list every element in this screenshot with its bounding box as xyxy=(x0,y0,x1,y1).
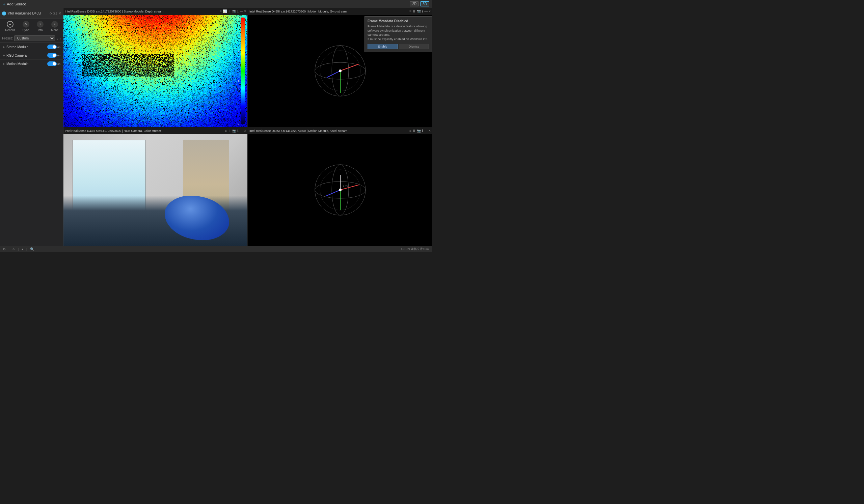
gyro-camera-icon[interactable]: 📷 xyxy=(417,10,421,13)
motion-module-toggle[interactable] xyxy=(47,61,57,66)
status-search-icon[interactable]: 🔍 xyxy=(30,247,34,251)
preset-select[interactable]: Custom xyxy=(14,35,55,41)
accel-stream-content: 9.7↑ xyxy=(248,134,432,246)
accel-list-icon[interactable]: ≡ xyxy=(409,129,411,133)
notification-enable-button[interactable]: Enable xyxy=(368,44,398,49)
notification-title: Frame Metadata Disabled xyxy=(368,19,429,23)
depth-close-icon[interactable]: × xyxy=(244,10,246,13)
gyro-stream-controls: ≡ ⏸ 📷 ℹ — × xyxy=(409,10,431,13)
rgb-camera-icon[interactable]: 📷 xyxy=(232,129,236,133)
bottom-status-bar: ⚙ | ⚠ | ● | 🔍 CSDN @杨立青10年 xyxy=(0,246,432,252)
accel-close-icon[interactable]: × xyxy=(429,129,431,133)
depth-info-icon[interactable]: ℹ xyxy=(237,10,239,13)
svg-line-14 xyxy=(326,190,340,196)
svg-line-6 xyxy=(327,71,340,77)
add-source-icon: + xyxy=(3,1,5,7)
notification-dismiss-button[interactable]: Dismiss xyxy=(399,44,429,49)
rgb-pause-icon[interactable]: ⏸ xyxy=(228,129,231,133)
main-layout: Intel RealSense D435I ⟳ 3.2 × ● Record ⟳… xyxy=(0,8,432,246)
module-list: ▶ Stereo Module on ▶ RGB Camera on ▶ Mot… xyxy=(0,43,63,246)
rgb-camera-toggle[interactable] xyxy=(47,53,57,58)
device-close-button[interactable]: × xyxy=(59,11,61,16)
depth-graph-icon[interactable]: 📊 xyxy=(223,10,227,13)
accel-minimize-icon[interactable]: — xyxy=(424,129,428,133)
depth-minimize-icon[interactable]: — xyxy=(240,10,243,13)
colorbar-label-4: 4 xyxy=(238,16,239,20)
more-label: More xyxy=(51,28,58,32)
stereo-module-arrow: ▶ xyxy=(3,45,5,49)
device-version: ⟳ 3.2 xyxy=(50,12,57,15)
device-status-icon xyxy=(2,11,6,15)
preset-download-icon[interactable]: ↓ xyxy=(56,36,58,40)
gyro-minimize-icon[interactable]: — xyxy=(424,10,428,13)
motion-module-toggle-label: on xyxy=(57,62,60,65)
rgb-canvas xyxy=(63,134,248,246)
rgb-camera-item[interactable]: ▶ RGB Camera on xyxy=(0,51,63,60)
rgb-stream-header: Intel RealSense D435I s.n:141722073600 |… xyxy=(63,127,248,134)
add-source-title: Add Source xyxy=(7,2,26,6)
accel-stream-header: Intel RealSense D435I s.n:141722073600 |… xyxy=(248,127,432,134)
depth-canvas: 4 3 2 0 1 xyxy=(63,15,248,127)
gyro-stream-panel: Intel RealSense D435I s.n:141722073600 |… xyxy=(248,8,432,127)
rgb-stream-panel: Intel RealSense D435I s.n:141722073600 |… xyxy=(63,127,248,246)
gyro-visualization xyxy=(307,37,374,105)
rgb-stream-controls: ≡ ⏸ 📷 ℹ — × xyxy=(225,129,246,133)
depth-stream-controls: ≡ 📊 ⏸ 📷 ℹ — × xyxy=(220,10,246,13)
rgb-list-icon[interactable]: ≡ xyxy=(225,129,227,133)
preset-icons: ↓ ↑ xyxy=(56,36,61,40)
depth-pause-icon[interactable]: ⏸ xyxy=(228,10,231,13)
accel-visualization: 9.7↑ xyxy=(307,156,374,224)
view-toggle-group: 2D 3D xyxy=(410,1,429,7)
device-header: Intel RealSense D435I ⟳ 3.2 × xyxy=(0,8,63,19)
status-settings-icon[interactable]: ⚙ xyxy=(3,247,6,251)
depth-stream-header: Intel RealSense D435I s.n:141722073600 |… xyxy=(63,8,248,15)
view-3d-button[interactable]: 3D xyxy=(420,1,429,7)
notification-buttons: Enable Dismiss xyxy=(368,44,429,49)
colorbar-label-2: 2 xyxy=(238,86,239,90)
preset-row: Preset: Custom ↓ ↑ xyxy=(0,34,63,43)
depth-list-icon[interactable]: ≡ xyxy=(220,10,222,13)
gyro-list-icon[interactable]: ≡ xyxy=(409,10,411,13)
svg-text:9.7↑: 9.7↑ xyxy=(343,185,348,188)
rgb-info-icon[interactable]: ℹ xyxy=(237,129,239,133)
record-label: Record xyxy=(5,28,15,32)
status-separator-1: | xyxy=(9,247,10,251)
record-button[interactable]: ● Record xyxy=(5,21,15,32)
accel-stream-title: Intel RealSense D435I s.n:141722073600 |… xyxy=(249,129,409,133)
gyro-close-icon[interactable]: × xyxy=(429,10,431,13)
rgb-close-icon[interactable]: × xyxy=(244,129,246,133)
gyro-stream-title: Intel RealSense D435I s.n:141722073600 |… xyxy=(249,10,409,13)
gyro-info-icon[interactable]: ℹ xyxy=(422,10,423,13)
status-separator-3: | xyxy=(26,247,27,251)
accel-stream-panel: Intel RealSense D435I s.n:141722073600 |… xyxy=(248,127,432,246)
accel-canvas: 9.7↑ xyxy=(248,134,432,246)
rgb-camera-toggle-label: on xyxy=(57,54,60,57)
watermark-text: CSDN @杨立青10年 xyxy=(401,247,429,251)
accel-pause-icon[interactable]: ⏸ xyxy=(412,129,416,133)
notification-panel: Frame Metadata Disabled Frame Metadata i… xyxy=(364,16,432,52)
depth-camera-icon[interactable]: 📷 xyxy=(232,10,236,13)
stereo-module-toggle[interactable] xyxy=(47,45,57,49)
rgb-camera-name: RGB Camera xyxy=(7,54,47,57)
accel-stream-controls: ≡ ⏸ 📷 ℹ — × xyxy=(409,129,431,133)
accel-info-icon[interactable]: ℹ xyxy=(422,129,423,133)
stereo-module-item[interactable]: ▶ Stereo Module on xyxy=(0,43,63,51)
preset-label: Preset: xyxy=(2,36,13,40)
device-name: Intel RealSense D435I xyxy=(8,11,50,15)
accel-camera-icon[interactable]: 📷 xyxy=(417,129,421,133)
status-separator-2: | xyxy=(18,247,19,251)
info-button[interactable]: ℹ Info xyxy=(37,21,44,32)
top-bar: + Add Source 2D 3D xyxy=(0,0,432,8)
status-warning-icon[interactable]: ⚠ xyxy=(12,247,15,251)
rgb-minimize-icon[interactable]: — xyxy=(240,129,243,133)
more-button[interactable]: ≡ More xyxy=(51,21,58,32)
view-2d-button[interactable]: 2D xyxy=(410,1,419,7)
notification-body: Frame Metadata is a device feature allow… xyxy=(368,24,429,41)
gyro-pause-icon[interactable]: ⏸ xyxy=(412,10,416,13)
content-area: Intel RealSense D435I s.n:141722073600 |… xyxy=(63,8,432,246)
motion-module-arrow: ▶ xyxy=(3,62,5,65)
preset-upload-icon[interactable]: ↑ xyxy=(59,36,61,40)
sync-button[interactable]: ⟳ Sync xyxy=(23,21,29,32)
status-record-icon[interactable]: ● xyxy=(22,247,24,251)
motion-module-item[interactable]: ▶ Motion Module on xyxy=(0,60,63,68)
